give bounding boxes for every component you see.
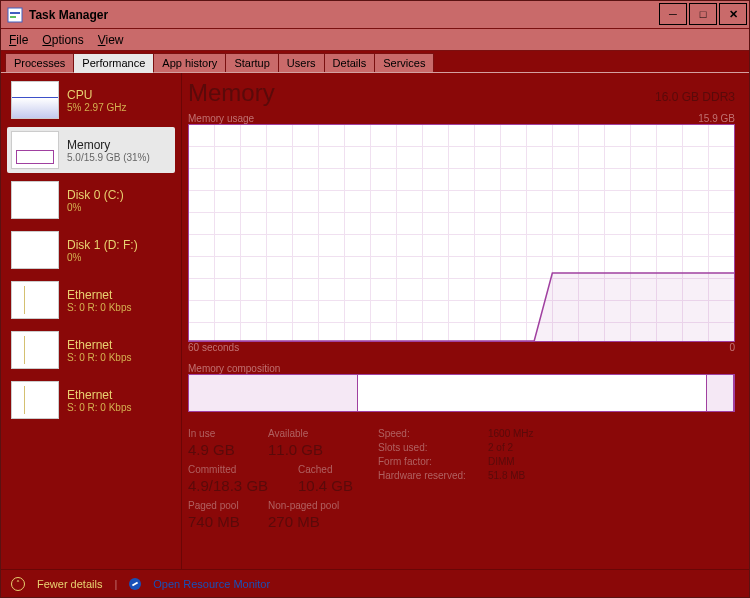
detail-row: Hardware reserved:51.8 MB	[378, 470, 534, 481]
sidebar-item-sub: S: 0 R: 0 Kbps	[67, 352, 131, 363]
stat-cached-label: Cached	[298, 464, 358, 475]
sidebar-item-ethernet[interactable]: Ethernet S: 0 R: 0 Kbps	[7, 277, 175, 323]
window-title: Task Manager	[29, 8, 659, 22]
sidebar-item-cpu[interactable]: CPU 5% 2.97 GHz	[7, 77, 175, 123]
sidebar-item-sub: S: 0 R: 0 Kbps	[67, 402, 131, 413]
menu-view[interactable]: View	[98, 33, 124, 47]
sidebar-item-memory[interactable]: Memory 5.0/15.9 GB (31%)	[7, 127, 175, 173]
tab-performance[interactable]: Performance	[73, 53, 154, 73]
stat-available-value: 11.0 GB	[268, 441, 328, 458]
app-icon	[7, 7, 23, 23]
sidebar-item-label: Disk 1 (D: F:)	[67, 238, 138, 252]
tab-services[interactable]: Services	[374, 53, 434, 72]
axis-left: 60 seconds	[188, 342, 239, 353]
stat-inuse-label: In use	[188, 428, 248, 439]
sidebar-item-label: Ethernet	[67, 388, 131, 402]
menu-options[interactable]: Options	[42, 33, 83, 47]
stat-nonpaged-label: Non-paged pool	[268, 500, 339, 511]
hardware-details: Speed:1600 MHzSlots used:2 of 2Form fact…	[378, 428, 534, 530]
task-manager-window: Task Manager ─ □ ✕ File Options View Pro…	[0, 0, 750, 598]
svg-rect-1	[10, 12, 20, 14]
svg-rect-0	[8, 8, 22, 22]
chart-label-right: 15.9 GB	[698, 113, 735, 124]
menu-file[interactable]: File	[9, 33, 28, 47]
menubar: File Options View	[1, 29, 749, 51]
svg-rect-2	[10, 16, 16, 18]
fewer-details-link[interactable]: Fewer details	[37, 578, 102, 590]
sidebar: CPU 5% 2.97 GHz Memory 5.0/15.9 GB (31%)…	[1, 73, 181, 569]
disk-thumb-icon	[11, 181, 59, 219]
sidebar-item-label: Memory	[67, 138, 150, 152]
composition-label: Memory composition	[188, 363, 735, 374]
composition-segment	[189, 375, 358, 411]
composition-segment	[707, 375, 734, 411]
close-button[interactable]: ✕	[719, 3, 747, 25]
page-title: Memory	[188, 79, 275, 107]
memory-usage-chart	[188, 124, 735, 342]
eth-thumb-icon	[11, 331, 59, 369]
content-panel: Memory 16.0 GB DDR3 Memory usage 15.9 GB…	[181, 73, 749, 569]
footer: ˄ Fewer details | Open Resource Monitor	[1, 569, 749, 597]
detail-row: Form factor:DIMM	[378, 456, 534, 467]
sidebar-item-sub: S: 0 R: 0 Kbps	[67, 302, 131, 313]
stat-paged-value: 740 MB	[188, 513, 248, 530]
minimize-button[interactable]: ─	[659, 3, 687, 25]
sidebar-item-sub: 5.0/15.9 GB (31%)	[67, 152, 150, 163]
chevron-up-icon: ˄	[11, 577, 25, 591]
tabstrip: Processes Performance App history Startu…	[1, 51, 749, 73]
titlebar[interactable]: Task Manager ─ □ ✕	[1, 1, 749, 29]
tab-app-history[interactable]: App history	[153, 53, 226, 72]
detail-row: Slots used:2 of 2	[378, 442, 534, 453]
maximize-button[interactable]: □	[689, 3, 717, 25]
sidebar-item-disk-1-d-f-[interactable]: Disk 1 (D: F:) 0%	[7, 227, 175, 273]
cpu-thumb-icon	[11, 81, 59, 119]
composition-segment	[358, 375, 707, 411]
memory-capacity: 16.0 GB DDR3	[655, 90, 735, 104]
sidebar-item-label: Disk 0 (C:)	[67, 188, 124, 202]
resource-monitor-icon	[129, 578, 141, 590]
sidebar-item-sub: 0%	[67, 252, 138, 263]
stat-committed-label: Committed	[188, 464, 278, 475]
tab-users[interactable]: Users	[278, 53, 325, 72]
stat-available-label: Available	[268, 428, 328, 439]
sidebar-item-ethernet[interactable]: Ethernet S: 0 R: 0 Kbps	[7, 327, 175, 373]
stat-cached-value: 10.4 GB	[298, 477, 358, 494]
stat-nonpaged-value: 270 MB	[268, 513, 339, 530]
sidebar-item-disk-0-c-[interactable]: Disk 0 (C:) 0%	[7, 177, 175, 223]
axis-right: 0	[729, 342, 735, 353]
tab-processes[interactable]: Processes	[5, 53, 74, 72]
main-area: CPU 5% 2.97 GHz Memory 5.0/15.9 GB (31%)…	[1, 73, 749, 569]
tab-startup[interactable]: Startup	[225, 53, 278, 72]
open-resource-monitor-link[interactable]: Open Resource Monitor	[153, 578, 270, 590]
stats-area: In use 4.9 GB Available 11.0 GB Committe…	[188, 428, 735, 530]
mem-thumb-icon	[11, 131, 59, 169]
sidebar-item-sub: 0%	[67, 202, 124, 213]
eth-thumb-icon	[11, 381, 59, 419]
disk-thumb-icon	[11, 231, 59, 269]
stat-inuse-value: 4.9 GB	[188, 441, 248, 458]
memory-composition-bar	[188, 374, 735, 412]
chart-label-left: Memory usage	[188, 113, 254, 124]
sidebar-item-label: Ethernet	[67, 338, 131, 352]
sidebar-item-label: Ethernet	[67, 288, 131, 302]
stat-paged-label: Paged pool	[188, 500, 248, 511]
eth-thumb-icon	[11, 281, 59, 319]
detail-row: Speed:1600 MHz	[378, 428, 534, 439]
tab-details[interactable]: Details	[324, 53, 376, 72]
sidebar-item-ethernet[interactable]: Ethernet S: 0 R: 0 Kbps	[7, 377, 175, 423]
stat-committed-value: 4.9/18.3 GB	[188, 477, 278, 494]
content-header: Memory 16.0 GB DDR3	[188, 79, 735, 107]
sidebar-item-sub: 5% 2.97 GHz	[67, 102, 126, 113]
sidebar-item-label: CPU	[67, 88, 126, 102]
